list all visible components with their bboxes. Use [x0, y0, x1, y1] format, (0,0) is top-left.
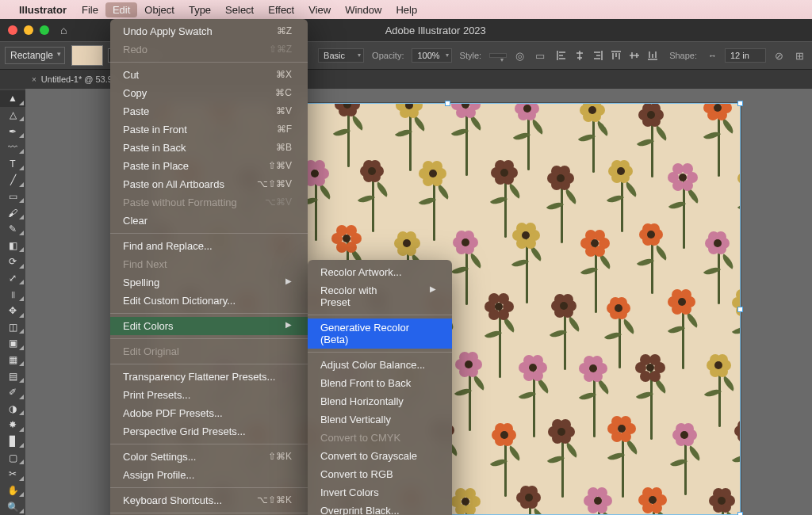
menu-item-edit-custom-dictionary[interactable]: Edit Custom Dictionary...	[110, 292, 308, 310]
menu-edit[interactable]: Edit	[105, 2, 137, 17]
close-tab-icon[interactable]: ×	[32, 75, 36, 84]
menu-item-undo-apply-swatch[interactable]: Undo Apply Swatch⌘Z	[110, 22, 308, 40]
tool-artboard[interactable]: ▢	[0, 449, 25, 466]
menu-file[interactable]: File	[75, 2, 105, 17]
app-name[interactable]: Illustrator	[19, 4, 67, 16]
menu-item-keyboard-shortcuts[interactable]: Keyboard Shortcuts...⌥⇧⌘K	[110, 491, 308, 509]
edit-menu-dropdown: Undo Apply Swatch⌘ZRedo⇧⌘ZCut⌘XCopy⌘CPas…	[110, 19, 308, 515]
opacity-dropdown[interactable]: 100%	[412, 48, 451, 63]
tool-selection[interactable]: ▲	[0, 90, 25, 107]
tool-shape-builder[interactable]: ◫	[0, 319, 25, 336]
menu-item-cut[interactable]: Cut⌘X	[110, 66, 308, 84]
menu-item-paste[interactable]: Paste⌘V	[110, 102, 308, 120]
menu-item-adjust-color-balance[interactable]: Adjust Color Balance...	[308, 356, 452, 374]
selection-handle[interactable]	[737, 307, 743, 312]
fill-swatch[interactable]	[71, 45, 103, 66]
tool-free-transform[interactable]: ✥	[0, 303, 25, 319]
object-type-dropdown[interactable]: Rectangle	[5, 47, 65, 64]
menu-type[interactable]: Type	[182, 2, 218, 17]
menu-item-assign-profile[interactable]: Assign Profile...	[110, 466, 308, 484]
menu-item-overprint-black[interactable]: Overprint Black...	[308, 502, 452, 515]
tool-graph[interactable]: ▊	[0, 433, 25, 450]
edit-colors-submenu: Recolor Artwork...Recolor with Preset▶Ge…	[308, 260, 452, 515]
mac-menubar: Illustrator FileEditObjectTypeSelectEffe…	[0, 0, 812, 19]
tool-symbol[interactable]: ✸	[0, 417, 25, 433]
style-dropdown[interactable]	[489, 53, 507, 58]
tool-perspective[interactable]: ▣	[0, 335, 25, 352]
menu-item-spelling[interactable]: Spelling▶	[110, 273, 308, 292]
menu-item-paste-in-front[interactable]: Paste in Front⌘F	[110, 120, 308, 139]
selection-handle[interactable]	[445, 101, 450, 106]
align-bottom-button[interactable]	[644, 48, 661, 63]
align-right-button[interactable]	[589, 48, 607, 63]
menu-item-blend-vertically[interactable]: Blend Vertically	[308, 410, 452, 429]
menu-item-paste-in-place[interactable]: Paste in Place⇧⌘V	[110, 157, 308, 175]
menu-item-transparency-flattener-presets[interactable]: Transparency Flattener Presets...	[110, 368, 308, 386]
menu-help[interactable]: Help	[389, 2, 424, 17]
tool-hand[interactable]: ✋	[0, 483, 25, 499]
menu-item-edit-colors[interactable]: Edit Colors▶	[110, 317, 308, 335]
menu-item-find-and-replace[interactable]: Find and Replace...	[110, 237, 308, 255]
menu-item-invert-colors[interactable]: Invert Colors	[308, 483, 452, 502]
recolor-icon[interactable]: ◎	[511, 48, 527, 63]
align-vcenter-button[interactable]	[626, 48, 643, 63]
menu-item-blend-front-to-back[interactable]: Blend Front to Back	[308, 374, 452, 392]
close-window-button[interactable]	[8, 25, 17, 35]
menu-item-clear[interactable]: Clear	[110, 212, 308, 230]
tool-pencil[interactable]: ✎	[0, 221, 25, 238]
tool-direct-select[interactable]: △	[0, 107, 25, 124]
menu-window[interactable]: Window	[338, 2, 389, 17]
menu-view[interactable]: View	[301, 2, 338, 17]
tool-line[interactable]: ╱	[0, 172, 25, 189]
menu-item-convert-to-rgb[interactable]: Convert to RGB	[308, 465, 452, 483]
menu-item-convert-to-grayscale[interactable]: Convert to Grayscale	[308, 447, 452, 465]
isolate-icon[interactable]: ⊘	[771, 48, 787, 63]
menu-item-copy[interactable]: Copy⌘C	[110, 84, 308, 102]
menu-item-blend-horizontally[interactable]: Blend Horizontally	[308, 392, 452, 410]
align-top-button[interactable]	[607, 48, 625, 63]
menu-object[interactable]: Object	[137, 2, 182, 17]
tool-eyedropper[interactable]: ✐	[0, 384, 25, 401]
menu-item-print-presets[interactable]: Print Presets...	[110, 386, 308, 404]
menu-item-generative-recolor-beta[interactable]: Generative Recolor (Beta)	[308, 319, 452, 349]
tool-zoom[interactable]: 🔍	[0, 498, 25, 515]
minimize-window-button[interactable]	[24, 25, 33, 35]
tool-gradient[interactable]: ▤	[0, 368, 25, 384]
menu-item-find-next: Find Next	[110, 255, 308, 273]
width-icon: ↔	[708, 51, 717, 60]
width-field[interactable]: 12 in	[725, 48, 766, 63]
tool-rotate[interactable]: ⟳	[0, 254, 25, 270]
brush-definition-dropdown[interactable]: Basic	[318, 48, 364, 63]
menu-item-paste-on-all-artboards[interactable]: Paste on All Artboards⌥⇧⌘V	[110, 175, 308, 193]
menu-effect[interactable]: Effect	[261, 2, 301, 17]
tool-mesh[interactable]: ▦	[0, 352, 25, 368]
home-icon[interactable]: ⌂	[60, 24, 67, 36]
menu-item-paste-in-back[interactable]: Paste in Back⌘B	[110, 139, 308, 157]
menu-item-adobe-pdf-presets[interactable]: Adobe PDF Presets...	[110, 404, 308, 422]
menu-item-color-settings[interactable]: Color Settings...⇧⌘K	[110, 448, 308, 466]
menu-item-perspective-grid-presets[interactable]: Perspective Grid Presets...	[110, 422, 308, 441]
selection-handle[interactable]	[737, 512, 743, 515]
tool-rect[interactable]: ▭	[0, 189, 25, 205]
zoom-window-button[interactable]	[40, 25, 49, 35]
tool-scale[interactable]: ⤢	[0, 270, 25, 287]
menu-item-convert-to-cmyk: Convert to CMYK	[308, 429, 452, 447]
style-label: Style:	[460, 51, 482, 60]
menu-item-recolor-with-preset[interactable]: Recolor with Preset▶	[308, 281, 452, 311]
tool-width[interactable]: ⫴	[0, 286, 25, 303]
menu-select[interactable]: Select	[218, 2, 261, 17]
more-icon[interactable]: ⊞	[791, 48, 807, 63]
tool-type[interactable]: T	[0, 155, 25, 172]
menu-item-recolor-artwork[interactable]: Recolor Artwork...	[308, 263, 452, 281]
tool-pen[interactable]: ✒	[0, 123, 25, 139]
selection-handle[interactable]	[737, 101, 743, 106]
align-hcenter-button[interactable]	[571, 48, 588, 63]
tool-brush[interactable]: 🖌	[0, 204, 25, 221]
align-buttons	[553, 48, 661, 63]
tool-slice[interactable]: ✂	[0, 466, 25, 483]
tool-curve[interactable]: 〰	[0, 139, 25, 156]
tool-blend[interactable]: ◑	[0, 401, 25, 418]
align-left-button[interactable]	[553, 48, 570, 63]
tool-eraser[interactable]: ◧	[0, 237, 25, 254]
align-panel-icon[interactable]: ▭	[532, 48, 548, 63]
